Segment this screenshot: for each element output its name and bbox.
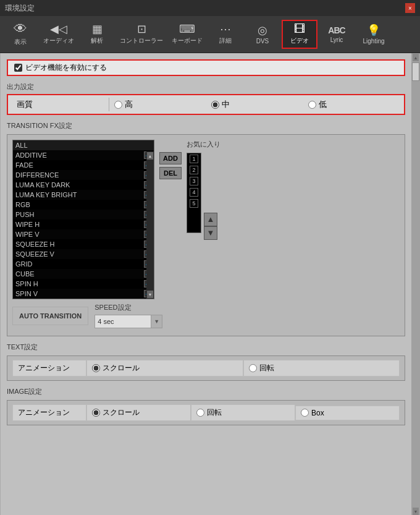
- image-animation-label: アニメーション: [18, 407, 70, 418]
- toolbar-item-lyric[interactable]: ABC Lyric: [319, 23, 355, 46]
- title-bar: 環境設定 ×: [0, 0, 420, 16]
- list-item[interactable]: SPIN H ✓: [13, 279, 154, 289]
- fav-num-1: 1: [190, 155, 198, 163]
- transition-list-scroll: ADDITIVE ✓ FADE ✓ DIFFERENCE ✓: [13, 150, 154, 299]
- toolbar-item-detail[interactable]: ⋯ 詳細: [208, 21, 243, 48]
- dvs-icon: ◎: [258, 25, 267, 36]
- quality-high-label: 高: [125, 99, 133, 110]
- auto-transition-row: AUTO TRANSITION SPEED設定 4 sec ▼: [12, 299, 400, 331]
- toolbar-item-audio[interactable]: ◀◁ オーディオ: [40, 21, 78, 48]
- quality-high-radio[interactable]: [114, 101, 122, 109]
- toolbar-item-lighting[interactable]: 💡 Lighting: [356, 22, 392, 47]
- list-item[interactable]: DIFFERENCE ✓: [13, 170, 154, 180]
- video-enable-checkbox[interactable]: [14, 64, 22, 72]
- quality-mid-radio[interactable]: [211, 101, 219, 109]
- speed-column: SPEED設定 4 sec ▼: [94, 303, 162, 328]
- main-scrollbar[interactable]: ▲ ▼: [411, 53, 420, 515]
- toolbar-item-controller[interactable]: ⊡ コントローラー: [116, 21, 167, 48]
- video-enable-label: ビデオ機能を有効にする: [25, 62, 107, 73]
- image-box-cell[interactable]: Box: [295, 406, 400, 420]
- list-item[interactable]: SQUEEZE H ✓: [13, 239, 154, 249]
- fav-item[interactable]: 3: [187, 176, 201, 187]
- item-name: CUBE: [15, 270, 35, 278]
- close-button[interactable]: ×: [405, 3, 415, 13]
- fav-list: 1 2 3 4: [187, 153, 201, 233]
- output-settings-label: 出力設定: [7, 82, 405, 92]
- list-item[interactable]: PUSH ✓: [13, 210, 154, 219]
- fav-num-4: 4: [190, 188, 198, 197]
- transition-box: ALL ADDITIVE ✓ FADE ✓: [7, 134, 405, 336]
- text-scroll-label: スクロール: [103, 363, 140, 373]
- window-title: 環境設定: [5, 3, 35, 14]
- quality-low-radio[interactable]: [308, 101, 316, 109]
- text-section-box: アニメーション スクロール 回転: [7, 355, 405, 381]
- arrow-down-button[interactable]: ▼: [204, 226, 217, 240]
- quality-label: 画質: [17, 99, 33, 110]
- transition-fx-section: TRANSITION FX設定 ALL ADDITIVE ✓: [7, 121, 405, 336]
- arrow-up-button[interactable]: ▲: [204, 213, 217, 226]
- list-scroll-up[interactable]: ▲: [147, 152, 153, 160]
- fav-item[interactable]: 4: [187, 187, 201, 198]
- quality-mid-cell[interactable]: 中: [206, 98, 303, 111]
- list-item[interactable]: SPIN V ✓: [13, 289, 154, 299]
- speed-dropdown-arrow[interactable]: ▼: [151, 315, 162, 328]
- list-item[interactable]: GRID ✓: [13, 259, 154, 269]
- image-scroll-radio[interactable]: [92, 409, 100, 417]
- toolbar-item-dvs[interactable]: ◎ DVS: [245, 22, 280, 47]
- list-item[interactable]: RGB ✓: [13, 200, 154, 210]
- image-scroll-cell[interactable]: スクロール: [86, 404, 191, 421]
- quality-low-cell[interactable]: 低: [303, 98, 400, 111]
- list-item[interactable]: WIPE V ✓: [13, 229, 154, 239]
- list-item[interactable]: CUBE ✓: [13, 269, 154, 279]
- auto-transition-label: AUTO TRANSITION: [12, 307, 88, 325]
- list-item[interactable]: ADDITIVE ✓: [13, 150, 154, 160]
- audio-icon: ◀◁: [50, 23, 67, 35]
- output-settings-section: 出力設定 画質 高 中 低: [7, 82, 405, 115]
- text-rotate-radio[interactable]: [249, 364, 257, 372]
- list-item[interactable]: FADE ✓: [13, 160, 154, 170]
- quality-high-cell[interactable]: 高: [109, 98, 206, 111]
- item-name: LUMA KEY BRIGHT: [15, 191, 77, 198]
- toolbar-item-keyboard[interactable]: ⌨ キーボード: [168, 21, 206, 48]
- keyboard-icon: ⌨: [179, 23, 195, 35]
- toolbar-item-video[interactable]: 🎞 ビデオ: [282, 20, 317, 49]
- image-settings-section: IMAGE設定 アニメーション スクロール 回転: [7, 387, 405, 425]
- item-name: DIFFERENCE: [15, 171, 59, 179]
- toolbar-item-display[interactable]: 👁 表示: [2, 20, 38, 49]
- text-scroll-radio[interactable]: [92, 364, 100, 372]
- transition-fx-label: TRANSITION FX設定: [7, 121, 405, 130]
- favorites-header: お気に入り: [187, 140, 400, 149]
- transition-inner: ALL ADDITIVE ✓ FADE ✓: [12, 140, 400, 299]
- text-settings-section: TEXT設定 アニメーション スクロール 回転: [7, 343, 405, 381]
- item-name: SPIN V: [15, 290, 38, 297]
- list-item[interactable]: WIPE H ✓: [13, 219, 154, 229]
- fav-item[interactable]: 2: [187, 164, 201, 176]
- list-scrollbar: ▲ ▼: [146, 151, 154, 299]
- image-box-radio[interactable]: [301, 409, 309, 417]
- text-scroll-cell[interactable]: スクロール: [86, 360, 243, 377]
- text-rotate-cell[interactable]: 回転: [243, 360, 400, 377]
- fav-num-5: 5: [190, 199, 198, 208]
- fav-item[interactable]: 1: [187, 153, 201, 164]
- list-scroll-down[interactable]: ▼: [147, 291, 153, 298]
- add-button[interactable]: ADD: [159, 152, 182, 164]
- image-rotate-radio[interactable]: [196, 409, 204, 417]
- scrollbar-thumb[interactable]: [412, 62, 419, 81]
- item-name: PUSH: [15, 211, 35, 218]
- scroll-down-btn[interactable]: ▼: [413, 508, 419, 515]
- toolbar-item-parse[interactable]: ▦ 解析: [79, 21, 115, 48]
- del-button[interactable]: DEL: [159, 167, 182, 179]
- fav-item[interactable]: 5: [187, 198, 201, 209]
- list-item[interactable]: LUMA KEY BRIGHT ✓: [13, 190, 154, 200]
- lyric-icon: ABC: [328, 26, 345, 35]
- toolbar-label-video: ビデオ: [290, 36, 309, 45]
- image-settings-title: IMAGE設定: [7, 387, 405, 396]
- fav-content: 1 2 3 4: [187, 153, 400, 299]
- speed-select[interactable]: 4 sec ▼: [94, 315, 162, 328]
- list-item[interactable]: SQUEEZE V ✓: [13, 249, 154, 259]
- image-rotate-cell[interactable]: 回転: [191, 404, 295, 421]
- fav-num-3: 3: [190, 177, 198, 185]
- scroll-up-btn[interactable]: ▲: [413, 54, 419, 61]
- list-item[interactable]: LUMA KEY DARK ✓: [13, 180, 154, 190]
- controller-icon: ⊡: [137, 23, 146, 35]
